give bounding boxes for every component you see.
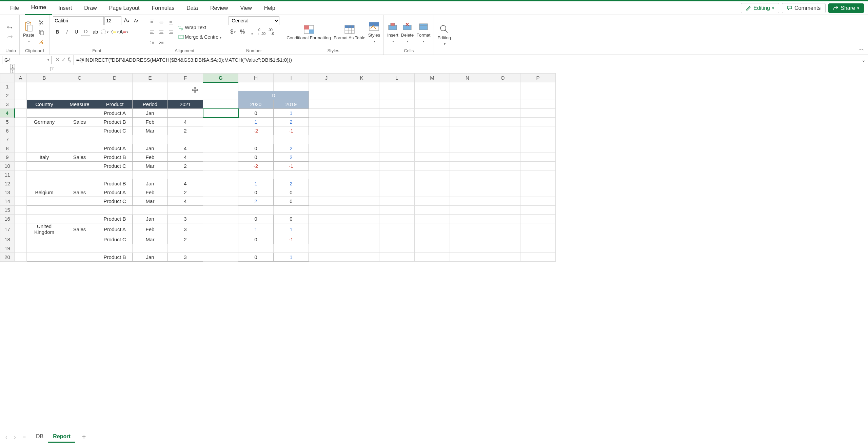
sheet-tab-report[interactable]: Report: [48, 431, 75, 443]
wrap-text-button[interactable]: ab Wrap Text: [178, 24, 221, 31]
cell-K11[interactable]: [344, 170, 379, 179]
cell-H14[interactable]: 2: [238, 197, 274, 206]
cell-M9[interactable]: [415, 153, 450, 162]
cell-H19[interactable]: [238, 244, 274, 253]
cell-E5[interactable]: Feb: [133, 118, 168, 126]
cell-C1[interactable]: [62, 82, 97, 91]
cell-G1[interactable]: [203, 82, 238, 91]
cell-O17[interactable]: [485, 223, 520, 235]
cell-F7[interactable]: [168, 135, 203, 144]
cell-O12[interactable]: [485, 179, 520, 188]
cell-M17[interactable]: [415, 223, 450, 235]
cell-D18[interactable]: Product C: [97, 235, 133, 244]
align-left-button[interactable]: [147, 28, 156, 36]
cell-I17[interactable]: 1: [274, 223, 309, 235]
cell-N4[interactable]: [450, 109, 485, 118]
cell-A5[interactable]: [15, 118, 27, 126]
cell-C6[interactable]: [62, 126, 97, 135]
cell-M4[interactable]: [415, 109, 450, 118]
cell-D13[interactable]: Product A: [97, 188, 133, 197]
column-header-I[interactable]: I: [274, 74, 309, 82]
row-header-8[interactable]: 8: [0, 144, 15, 153]
cell-C16[interactable]: [62, 215, 97, 223]
cell-J12[interactable]: [309, 179, 344, 188]
cell-L6[interactable]: [379, 126, 415, 135]
cell-K4[interactable]: [344, 109, 379, 118]
cell-A6[interactable]: [15, 126, 27, 135]
cell-A17[interactable]: [15, 223, 27, 235]
menu-tab-home[interactable]: Home: [25, 1, 52, 15]
cell-G3[interactable]: [203, 100, 238, 109]
prev-sheet-button[interactable]: ‹: [4, 434, 8, 440]
cell-H5[interactable]: 1: [238, 118, 274, 126]
cell-D4[interactable]: Product A: [97, 109, 133, 118]
cell-K19[interactable]: [344, 244, 379, 253]
cell-E8[interactable]: Jan: [133, 144, 168, 153]
cell-H3[interactable]: 2020: [238, 100, 274, 109]
all-sheets-button[interactable]: ≡: [21, 434, 27, 440]
cell-B7[interactable]: [27, 135, 62, 144]
cell-D20[interactable]: Product B: [97, 253, 133, 262]
cell-K12[interactable]: [344, 179, 379, 188]
cell-J1[interactable]: [309, 82, 344, 91]
cell-J2[interactable]: [309, 91, 344, 100]
cell-H7[interactable]: [238, 135, 274, 144]
cell-N10[interactable]: [450, 162, 485, 170]
delete-cells-button[interactable]: Delete: [401, 21, 414, 43]
cell-G12[interactable]: [203, 179, 238, 188]
cell-G13[interactable]: [203, 188, 238, 197]
cell-I13[interactable]: 0: [274, 188, 309, 197]
cell-B9[interactable]: Italy: [27, 153, 62, 162]
cell-E7[interactable]: [133, 135, 168, 144]
cell-B5[interactable]: Germany: [27, 118, 62, 126]
cell-B11[interactable]: [27, 170, 62, 179]
cell-P8[interactable]: [520, 144, 556, 153]
cell-A18[interactable]: [15, 235, 27, 244]
sheet-tab-db[interactable]: DB: [31, 431, 48, 443]
cell-L13[interactable]: [379, 188, 415, 197]
cell-J16[interactable]: [309, 215, 344, 223]
menu-tab-page-layout[interactable]: Page Layout: [103, 1, 146, 15]
cell-J10[interactable]: [309, 162, 344, 170]
cell-N7[interactable]: [450, 135, 485, 144]
cell-N17[interactable]: [450, 223, 485, 235]
cell-C5[interactable]: Sales: [62, 118, 97, 126]
cell-K5[interactable]: [344, 118, 379, 126]
cell-C14[interactable]: [62, 197, 97, 206]
cell-E4[interactable]: Jan: [133, 109, 168, 118]
cell-C7[interactable]: [62, 135, 97, 144]
row-header-9[interactable]: 9: [0, 153, 15, 162]
cell-O13[interactable]: [485, 188, 520, 197]
column-header-D[interactable]: D: [97, 74, 133, 82]
cell-H10[interactable]: -2: [238, 162, 274, 170]
cell-D9[interactable]: Product B: [97, 153, 133, 162]
cell-D11[interactable]: [97, 170, 133, 179]
cell-M6[interactable]: [415, 126, 450, 135]
cell-I18[interactable]: -1: [274, 235, 309, 244]
cell-A19[interactable]: [15, 244, 27, 253]
cell-N9[interactable]: [450, 153, 485, 162]
outline-expand-button[interactable]: +: [50, 67, 54, 71]
insert-cells-button[interactable]: Insert: [387, 21, 398, 43]
cell-K18[interactable]: [344, 235, 379, 244]
cell-G15[interactable]: [203, 206, 238, 215]
cell-E14[interactable]: Mar: [133, 197, 168, 206]
column-header-P[interactable]: P: [520, 74, 556, 82]
cell-K9[interactable]: [344, 153, 379, 162]
cell-J7[interactable]: [309, 135, 344, 144]
menu-tab-insert[interactable]: Insert: [52, 1, 78, 15]
cell-J20[interactable]: [309, 253, 344, 262]
cell-C20[interactable]: [62, 253, 97, 262]
row-header-7[interactable]: 7: [0, 135, 15, 144]
cell-G16[interactable]: [203, 215, 238, 223]
row-header-15[interactable]: 15: [0, 206, 15, 215]
cell-E2[interactable]: [133, 91, 168, 100]
cell-D15[interactable]: [97, 206, 133, 215]
cell-P11[interactable]: [520, 170, 556, 179]
cell-D1[interactable]: [97, 82, 133, 91]
cell-B18[interactable]: [27, 235, 62, 244]
cell-M8[interactable]: [415, 144, 450, 153]
currency-button[interactable]: $: [229, 28, 237, 36]
cell-M3[interactable]: [415, 100, 450, 109]
cell-H18[interactable]: 0: [238, 235, 274, 244]
